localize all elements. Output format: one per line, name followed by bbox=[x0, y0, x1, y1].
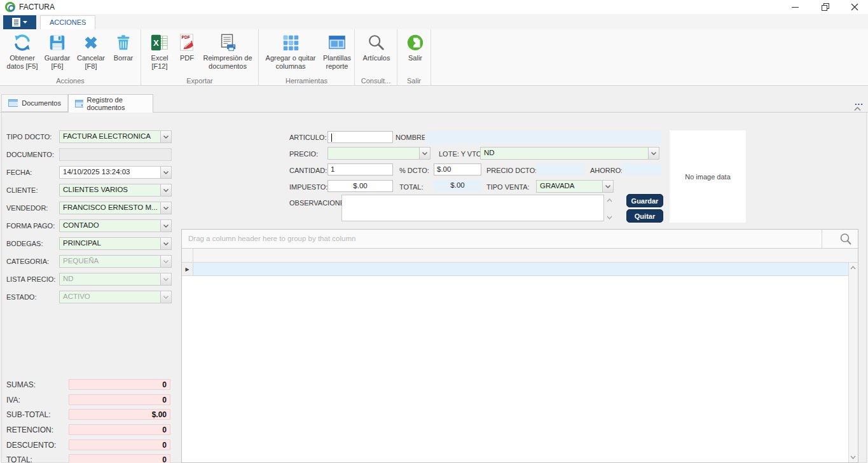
group-label-acciones: Acciones bbox=[0, 77, 141, 85]
chevron-down-icon bbox=[160, 291, 171, 303]
cancelar-f8-button[interactable]: Cancelar [F8] bbox=[74, 31, 108, 71]
chevron-down-icon[interactable] bbox=[602, 181, 613, 192]
lote-vto-label: LOTE: Y VTO:. bbox=[439, 150, 485, 158]
grid-group-by-panel[interactable]: Drag a column header here to group by th… bbox=[182, 230, 858, 249]
save-icon bbox=[48, 31, 67, 54]
chevron-down-icon[interactable] bbox=[160, 167, 171, 178]
lote-vto-value: ND bbox=[481, 148, 648, 159]
app-menu-button[interactable] bbox=[3, 15, 36, 29]
button-label: Borrar bbox=[114, 54, 134, 62]
chevron-down-icon bbox=[160, 273, 171, 285]
cantidad-label: CANTIDAD: bbox=[289, 167, 327, 174]
chevron-down-icon[interactable] bbox=[419, 148, 430, 159]
categoria-select: PEQUEÑA bbox=[59, 255, 172, 268]
tipo-venta-select[interactable]: GRAVADA bbox=[536, 180, 614, 193]
obtener-datos-button[interactable]: Obtener datos [F5] bbox=[4, 31, 41, 71]
observaciones-textarea[interactable] bbox=[341, 195, 604, 221]
chevron-down-icon[interactable] bbox=[160, 220, 171, 232]
plantillas-reporte-button[interactable]: Plantillas reporte bbox=[320, 31, 354, 71]
exit-icon bbox=[406, 31, 425, 54]
documento-field bbox=[59, 148, 172, 161]
articulo-input[interactable] bbox=[327, 131, 393, 143]
search-icon bbox=[839, 232, 853, 246]
salir-button[interactable]: Salir bbox=[401, 31, 429, 62]
vendedor-select[interactable]: FRANCISCO ERNESTO M... bbox=[59, 202, 172, 214]
precio-dcto-label: PRECIO DCTO: bbox=[486, 167, 537, 174]
impuesto-input[interactable]: $.00 bbox=[327, 180, 393, 192]
descuento-value: 0 bbox=[69, 439, 170, 450]
chevron-down-icon[interactable] bbox=[648, 148, 659, 159]
tab-registro-de-documentos[interactable]: Registro de documentos bbox=[68, 94, 153, 113]
lista-precio-label: LISTA PRECIO: bbox=[6, 275, 55, 283]
chevron-down-icon bbox=[23, 21, 27, 24]
tabstrip-more-button[interactable]: ... bbox=[855, 97, 867, 109]
chevron-down-icon[interactable] bbox=[160, 131, 171, 142]
tipo-venta-label: TIPO VENTA: bbox=[486, 183, 530, 191]
guardar-f6-button[interactable]: Guardar [F6] bbox=[42, 31, 72, 71]
bodegas-label: BODEGAS: bbox=[6, 240, 43, 247]
button-label: Reimpresiòn de documentos bbox=[200, 54, 256, 71]
chevron-down-icon[interactable] bbox=[160, 238, 171, 249]
trash-icon bbox=[114, 31, 133, 54]
retencion-label: RETENCION: bbox=[6, 425, 53, 434]
grid-vertical-scrollbar[interactable] bbox=[848, 263, 858, 462]
total-label: TOTAL: bbox=[6, 455, 32, 463]
ribbon-group-exportar: X Excel [F12] PDF PDF bbox=[141, 29, 259, 85]
sub-total-value: $.00 bbox=[69, 409, 170, 420]
restore-button[interactable] bbox=[814, 0, 837, 14]
item-total-field: $.00 bbox=[434, 180, 481, 192]
chevron-down-icon[interactable] bbox=[160, 202, 171, 214]
tab-acciones[interactable]: ACCIONES bbox=[40, 15, 95, 29]
button-label: Plantillas reporte bbox=[320, 54, 354, 71]
sub-total-label: SUB-TOTAL: bbox=[6, 410, 51, 419]
lista-precio-select: ND bbox=[59, 273, 172, 286]
bodegas-select[interactable]: PRINCIPAL bbox=[59, 237, 172, 250]
nombre-field bbox=[425, 131, 661, 143]
forma-pago-select[interactable]: CONTADO bbox=[59, 219, 172, 232]
document-list-icon bbox=[12, 18, 20, 27]
tab-label: Registro de documentos bbox=[87, 96, 146, 111]
sumas-label: SUMAS: bbox=[6, 380, 36, 389]
refresh-icon bbox=[12, 31, 32, 54]
article-image-panel: No image data bbox=[670, 130, 746, 223]
item-quitar-button[interactable]: Quitar bbox=[626, 209, 663, 223]
grid-selected-row[interactable]: ▶ bbox=[182, 263, 858, 276]
pdf-icon: PDF bbox=[177, 31, 196, 54]
ribbon-group-herramientas: Agregar o quitar columnas Plantillas rep… bbox=[259, 29, 355, 85]
borrar-button[interactable]: Borrar bbox=[109, 31, 137, 62]
selected-row-highlight[interactable] bbox=[193, 263, 848, 275]
dcto-input[interactable]: $.00 bbox=[434, 163, 481, 176]
observaciones-scroll-up[interactable] bbox=[605, 196, 614, 204]
item-guardar-button[interactable]: Guardar bbox=[626, 194, 663, 207]
minimize-button[interactable] bbox=[783, 0, 806, 14]
scroll-down-icon bbox=[850, 455, 856, 459]
ribbon-tab-row bbox=[0, 14, 868, 29]
lote-vto-select[interactable]: ND bbox=[480, 147, 659, 160]
grid-header-row[interactable] bbox=[182, 249, 858, 263]
close-button[interactable] bbox=[843, 0, 866, 14]
pdf-button[interactable]: PDF PDF bbox=[176, 31, 198, 62]
chevron-down-icon[interactable] bbox=[160, 184, 171, 196]
lista-precio-value: ND bbox=[60, 273, 160, 285]
magnifier-icon bbox=[367, 31, 386, 54]
fecha-select[interactable]: 14/10/2025 13:24:03 bbox=[59, 166, 172, 179]
cantidad-input[interactable]: 1 bbox=[327, 163, 393, 176]
precio-select[interactable] bbox=[327, 147, 431, 160]
excel-f12-button[interactable]: X Excel [F12] bbox=[145, 31, 174, 71]
articulos-button[interactable]: Artículos bbox=[359, 31, 394, 62]
item-total-label: TOTAL: bbox=[399, 183, 424, 191]
observaciones-scroll-down[interactable] bbox=[605, 213, 614, 221]
reimpresion-documentos-button[interactable]: Reimpresiòn de documentos bbox=[200, 31, 256, 71]
grid-search-button[interactable] bbox=[822, 230, 858, 248]
tipo-docto-select[interactable]: FACTURA ELECTRONICA bbox=[59, 130, 172, 143]
tipo-docto-label: TIPO DOCTO: bbox=[6, 133, 52, 141]
precio-label: PRECIO: bbox=[289, 150, 318, 158]
cliente-select[interactable]: CLIENTES VARIOS bbox=[59, 184, 172, 197]
precio-dcto-field bbox=[536, 163, 585, 176]
group-label-salir: Salir bbox=[397, 77, 431, 85]
current-row-indicator-icon: ▶ bbox=[185, 266, 189, 272]
agregar-quitar-columnas-button[interactable]: Agregar o quitar columnas bbox=[263, 31, 319, 71]
retencion-value: 0 bbox=[69, 424, 170, 435]
tab-documentos[interactable]: Documentos bbox=[1, 94, 68, 112]
row-indicator-cell: ▶ bbox=[182, 263, 193, 275]
